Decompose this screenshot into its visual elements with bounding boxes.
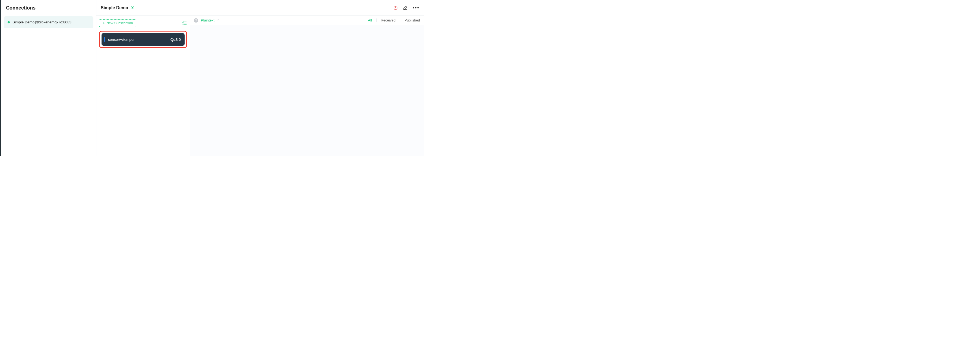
messages-toolbar: ? Plaintext All Received (190, 16, 424, 25)
connections-title: Connections (6, 5, 91, 11)
connections-header: Connections (1, 0, 96, 14)
filter-received[interactable]: Received (381, 18, 396, 22)
payload-format-label: Plaintext (201, 18, 215, 22)
connection-title: Simple Demo (101, 5, 128, 10)
subscription-qos: QoS 0 (170, 37, 181, 42)
connections-sidebar: Connections Simple Demo@broker.emqx.io:8… (1, 0, 96, 156)
filter-published[interactable]: Published (404, 18, 420, 22)
app-root: Connections Simple Demo@broker.emqx.io:8… (0, 0, 424, 156)
payload-format-select[interactable]: Plaintext (201, 18, 220, 22)
subscription-topic: sensor/+/temper... (108, 37, 137, 42)
status-dot-icon (8, 21, 10, 23)
filter-all[interactable]: All (368, 18, 372, 22)
subscription-item[interactable]: sensor/+/temper... QoS 0 (102, 33, 185, 46)
edit-button[interactable] (403, 5, 408, 10)
header-actions: ••• (393, 5, 419, 10)
main-header: Simple Demo (96, 0, 424, 16)
subscription-color-stripe (104, 37, 105, 42)
chevron-down-icon (216, 18, 220, 22)
subscriptions-toolbar: + New Subscription (99, 19, 187, 27)
expand-chevron-icon[interactable] (130, 6, 135, 10)
messages-panel: ? Plaintext All Received (190, 16, 424, 156)
divider (376, 19, 377, 22)
subscription-highlight: sensor/+/temper... QoS 0 (99, 31, 187, 48)
message-filter-tabs: All Received Published (368, 18, 420, 22)
connection-label: Simple Demo@broker.emqx.io:8083 (13, 20, 72, 24)
main-body: + New Subscription (96, 16, 424, 156)
main-panel: Simple Demo (96, 0, 424, 156)
more-menu-button[interactable]: ••• (413, 5, 419, 10)
messages-area (190, 25, 424, 156)
connection-item[interactable]: Simple Demo@broker.emqx.io:8083 (4, 16, 93, 28)
plus-icon: + (103, 21, 105, 25)
disconnect-button[interactable] (393, 5, 398, 10)
subscriptions-panel: + New Subscription (96, 16, 190, 156)
subscription-settings-icon[interactable] (182, 21, 187, 26)
new-subscription-label: New Subscription (107, 21, 133, 25)
divider (400, 19, 400, 22)
help-icon[interactable]: ? (194, 18, 198, 22)
new-subscription-button[interactable]: + New Subscription (99, 19, 136, 27)
